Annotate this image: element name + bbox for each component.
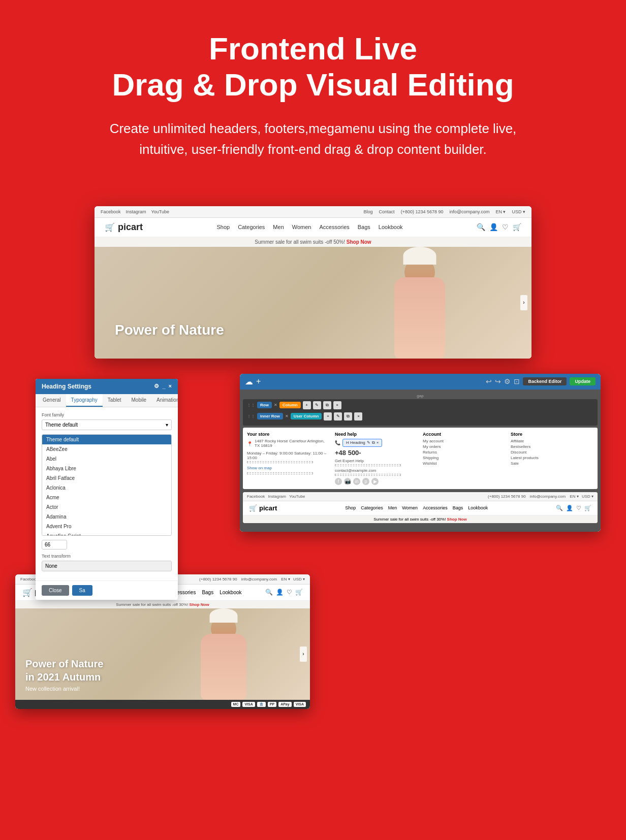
facebook-link[interactable]: Facebook [101, 209, 121, 214]
nested-social-links: Facebook Instagram YouTube [247, 494, 305, 499]
font-item-adamina[interactable]: Adamina [42, 512, 171, 522]
add-column-btn[interactable]: + [303, 401, 311, 409]
font-item-acme[interactable]: Acme [42, 493, 171, 502]
nav-categories[interactable]: Categories [238, 224, 265, 230]
my-account-link[interactable]: My account [423, 439, 506, 443]
store-logo[interactable]: 🛒 picart [105, 222, 143, 233]
t-nav-bags: Bags [202, 590, 213, 595]
copy-inner-btn[interactable]: ⧉ [344, 412, 352, 421]
nested-logo: 🛒 picart [249, 504, 277, 512]
delete-heading-icon[interactable]: × [377, 440, 379, 445]
applepay-icon: APay [278, 702, 292, 707]
delete-inner-btn[interactable]: × [354, 412, 362, 421]
font-item-abel[interactable]: Abel [42, 454, 171, 464]
nav-lookbook[interactable]: Lookbook [379, 224, 403, 230]
layout-icon[interactable]: ⊡ [514, 377, 520, 385]
t-phone: (+800) 1234 5678 90 [199, 577, 237, 581]
inner-row-drag[interactable]: ⋮⋮ [247, 414, 255, 418]
font-item-theme-default[interactable]: Theme default [42, 435, 171, 444]
row-drag-handle[interactable]: ⋮⋮ [247, 403, 255, 407]
nav-shop[interactable]: Shop [216, 224, 230, 230]
n-women: Women [402, 505, 418, 510]
returns-link[interactable]: Returns [423, 450, 506, 455]
user-icon[interactable]: 👤 [489, 223, 498, 231]
facebook-icon[interactable]: f [335, 478, 342, 485]
discount-link[interactable]: Discount [511, 450, 593, 455]
store-phone: +48 500- [335, 449, 418, 457]
font-size-input[interactable] [42, 540, 67, 550]
font-family-select[interactable]: Theme default ▾ [42, 419, 172, 430]
promo-link[interactable]: Shop Now [347, 239, 371, 245]
hero-title-line1: Frontend Live [209, 31, 417, 66]
tab-tablet[interactable]: Tablet [103, 394, 127, 407]
font-item-abril-fatface[interactable]: Abril Fatface [42, 473, 171, 483]
tab-mobile[interactable]: Mobile [127, 394, 151, 407]
add-icon[interactable]: + [256, 377, 261, 386]
t-nav-lookbook: Lookbook [220, 590, 241, 595]
undo-icon[interactable]: ↩ [486, 377, 492, 385]
font-item-abeezee[interactable]: ABeeZee [42, 444, 171, 454]
text-transform-value: None [45, 563, 57, 569]
redo-icon[interactable]: ↪ [495, 377, 501, 385]
shipping-link[interactable]: Shipping [423, 456, 506, 460]
payment-icon-list: MC VISA 🏦 PP APay VISA [231, 702, 306, 707]
nav-accessories[interactable]: Accessories [319, 224, 349, 230]
chevron-down-icon: ▾ [166, 422, 168, 428]
copy-column-btn[interactable]: ⧉ [323, 401, 331, 409]
close-icon[interactable]: × [169, 383, 172, 390]
wishlist-icon[interactable]: ♡ [502, 223, 509, 231]
linkedin-icon[interactable]: in [353, 478, 360, 485]
font-item-advent-pro[interactable]: Advent Pro [42, 522, 171, 531]
row-badge: Row [257, 402, 272, 408]
edit-heading-icon[interactable]: ✎ [367, 440, 370, 445]
instagram-link[interactable]: Instagram [126, 209, 146, 214]
add-inner-btn[interactable]: + [324, 412, 332, 421]
tab-general[interactable]: General [38, 394, 66, 407]
third-nav-arrow[interactable]: › [300, 647, 307, 662]
font-item-abhaya-libre[interactable]: Abhaya Libre [42, 464, 171, 473]
sale-link[interactable]: Sale [511, 461, 593, 466]
tab-typography[interactable]: Typography [66, 394, 103, 407]
update-button[interactable]: Update [570, 377, 596, 385]
save-button[interactable]: Sa [72, 585, 92, 596]
youtube-link[interactable]: YouTube [151, 209, 169, 214]
font-item-actor[interactable]: Actor [42, 502, 171, 512]
cart-icon[interactable]: 🛒 [513, 223, 521, 231]
close-button[interactable]: Close [42, 585, 69, 596]
bestsellers-link[interactable]: Bestsellers [511, 444, 593, 449]
nav-men[interactable]: Men [273, 224, 284, 230]
email-address: info@company.com [449, 209, 489, 214]
copy-heading-icon[interactable]: ⧉ [372, 440, 375, 445]
hero-section: Frontend Live Drag & Drop Visual Editing… [0, 0, 626, 206]
tab-animation[interactable]: Animation [151, 394, 178, 407]
my-orders-link[interactable]: My orders [423, 444, 506, 449]
backend-editor-button[interactable]: Backend Editor [523, 377, 567, 385]
edit-inner-btn[interactable]: ✎ [334, 412, 342, 421]
show-on-map-link[interactable]: Show on map [247, 466, 272, 470]
language-selector[interactable]: EN ▾ [495, 209, 506, 214]
affiliate-link[interactable]: Affiliate [511, 439, 593, 443]
nav-arrow-right[interactable]: › [520, 295, 527, 310]
settings-icon[interactable]: ⚙ [154, 383, 159, 390]
browser-topbar: Facebook Instagram YouTube Blog Contact … [95, 206, 531, 218]
blog-link[interactable]: Blog [364, 209, 373, 214]
font-list[interactable]: Theme default ABeeZee Abel Abhaya Libre … [42, 434, 172, 536]
nav-women[interactable]: Women [292, 224, 311, 230]
search-icon[interactable]: 🔍 [477, 223, 485, 231]
pinterest-icon[interactable]: p [362, 478, 369, 485]
youtube-icon[interactable]: ▶ [371, 478, 379, 485]
toolbar-right: ↩ ↪ ⚙ ⊡ Backend Editor Update [486, 377, 596, 385]
text-transform-select[interactable]: None [42, 561, 172, 571]
font-item-aclonica[interactable]: Aclonica [42, 483, 171, 493]
nav-bags[interactable]: Bags [358, 224, 370, 230]
delete-column-btn[interactable]: × [333, 401, 341, 409]
font-item-aguafina-script[interactable]: Aguafina Script [42, 531, 171, 536]
edit-column-btn[interactable]: ✎ [313, 401, 321, 409]
wishlist-link[interactable]: Wishlist [423, 461, 506, 466]
contact-link[interactable]: Contact [379, 209, 395, 214]
latest-products-link[interactable]: Latest products [511, 456, 593, 460]
minimize-icon[interactable]: _ [162, 383, 165, 390]
settings-icon[interactable]: ⚙ [504, 377, 511, 385]
instagram-icon[interactable]: 📷 [344, 478, 351, 485]
currency-selector[interactable]: USD ▾ [512, 209, 525, 214]
